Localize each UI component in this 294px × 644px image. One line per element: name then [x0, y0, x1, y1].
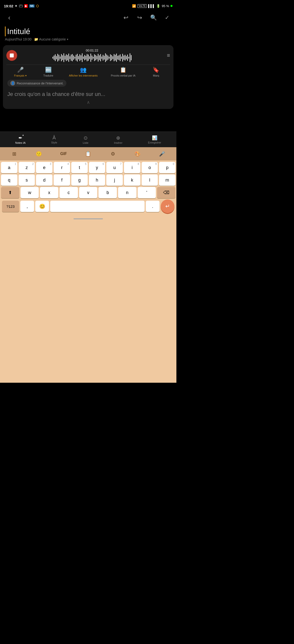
key-p[interactable]: 0p: [159, 162, 175, 173]
note-title[interactable]: Intitulé: [7, 27, 30, 36]
key-h[interactable]: h: [89, 174, 105, 186]
key-n[interactable]: n: [118, 187, 137, 198]
stop-icon: [10, 54, 14, 58]
key-f[interactable]: f: [54, 174, 70, 186]
keyboard-voice-button[interactable]: 🎤: [155, 151, 169, 157]
bookmark-label: Marq: [153, 74, 159, 77]
settings-icon: ⚙: [111, 151, 115, 157]
key-r[interactable]: 4r: [54, 162, 70, 173]
battery-icon: 🔋: [156, 4, 160, 8]
redo-button[interactable]: ↪: [135, 14, 144, 21]
key-emoji[interactable]: 😊: [35, 201, 49, 212]
key-y[interactable]: 6y: [89, 162, 105, 173]
top-toolbar: ‹ ↩ ↪ 🔍 ✓: [0, 11, 176, 24]
speakers-action[interactable]: 👥 Afficher les intervenants: [69, 67, 98, 77]
speaker-badge: 👤 Reconnaissance de l'intervenant.: [7, 80, 66, 86]
vibrate-icon: 📳: [19, 4, 23, 8]
key-m[interactable]: m: [159, 174, 175, 186]
home-indicator: [0, 216, 176, 222]
liste-tab[interactable]: ⊙ Liste: [83, 135, 88, 144]
key-o[interactable]: 9o: [142, 162, 158, 173]
style-label: Style: [51, 141, 57, 144]
key-k[interactable]: k: [124, 174, 140, 186]
recording-top: 00:01:22: [6, 48, 170, 62]
key-comma[interactable]: ,: [20, 201, 34, 212]
key-shift[interactable]: ⬆: [1, 187, 19, 198]
key-b[interactable]: b: [99, 187, 117, 198]
keyboard-settings-button[interactable]: ⚙: [106, 151, 120, 157]
scroll-up-icon: ∧: [87, 100, 90, 105]
speakers-icon: 👥: [80, 67, 87, 73]
liste-icon: ⊙: [84, 135, 88, 141]
speaker-avatar-icon: 👤: [10, 81, 15, 86]
notes-ia-icon: ✒ ✦: [18, 135, 22, 141]
scroll-indicator: ∧: [7, 98, 169, 106]
key-w[interactable]: w: [20, 187, 39, 198]
minutes-action[interactable]: 📋 Procès-verbal par IA: [111, 67, 136, 77]
undo-button[interactable]: ↩: [122, 14, 130, 21]
keyboard-rows: 1a 2z 3e 4r 5t 6y 7u 8i 9o 0p q s d f g …: [0, 160, 176, 216]
toolbar-right-icons: ↩ ↪ 🔍 ✓: [122, 14, 171, 21]
search-button[interactable]: 🔍: [149, 14, 158, 21]
enregistrer-tab[interactable]: 📊 Enregistrer: [148, 135, 161, 144]
key-apostrophe[interactable]: ': [138, 187, 156, 198]
title-cursor: [5, 26, 6, 36]
inserer-label: Insérer: [114, 141, 122, 144]
translate-icon: 🔤: [45, 67, 52, 73]
key-v[interactable]: v: [79, 187, 98, 198]
confirm-button[interactable]: ✓: [163, 14, 171, 21]
app-icon2: ⬡: [36, 4, 39, 8]
keyboard-clipboard-button[interactable]: 📋: [81, 151, 96, 157]
recording-actions: 🎤 Français ▾ 🔤 Traduire 👥 Afficher les i…: [6, 64, 170, 78]
key-symbols[interactable]: ?123: [2, 201, 19, 212]
speaker-label: Reconnaissance de l'intervenant.: [17, 82, 63, 85]
key-g[interactable]: g: [71, 174, 88, 186]
key-space[interactable]: [50, 201, 145, 212]
keyboard-gif-button[interactable]: GIF: [56, 152, 71, 156]
key-l[interactable]: l: [142, 174, 158, 186]
stop-recording-button[interactable]: [6, 50, 17, 61]
apps-icon: ⊞: [12, 151, 16, 157]
key-e[interactable]: 3e: [36, 162, 52, 173]
key-t[interactable]: 5t: [71, 162, 88, 173]
key-a[interactable]: 1a: [1, 162, 17, 173]
bookmark-action[interactable]: 🔖 Marq: [149, 67, 163, 77]
enregistrer-icon: 📊: [152, 135, 157, 140]
key-c[interactable]: c: [60, 187, 78, 198]
keyboard-theme-button[interactable]: 🎨: [130, 151, 145, 157]
gif-icon: GIF: [60, 152, 67, 156]
transcript-text: Je crois qu'on a la chance d'être sur un…: [7, 90, 169, 98]
style-tab[interactable]: Ā Style: [51, 135, 57, 144]
key-d[interactable]: d: [36, 174, 52, 186]
category-label: Aucune catégorie: [39, 37, 66, 41]
inserer-tab[interactable]: ⊕ Insérer: [114, 135, 122, 144]
notes-ia-tab[interactable]: ✒ ✦ Notes IA: [15, 135, 25, 144]
key-x[interactable]: x: [40, 187, 58, 198]
recording-menu-icon[interactable]: ≡: [167, 52, 170, 59]
key-period[interactable]: .: [146, 201, 159, 212]
note-title-container: Intitulé: [5, 26, 171, 36]
key-z[interactable]: 2z: [19, 162, 35, 173]
recording-time: 00:01:22: [86, 48, 98, 52]
language-action[interactable]: 🎤 Français ▾: [13, 67, 28, 77]
style-icon: Ā: [52, 135, 56, 140]
key-j[interactable]: j: [106, 174, 123, 186]
key-backspace[interactable]: ⌫: [157, 187, 175, 198]
category-badge[interactable]: 📁 Aucune catégorie ▾: [34, 37, 68, 41]
language-label: Français ▾: [14, 74, 26, 77]
key-s[interactable]: s: [19, 174, 35, 186]
key-u[interactable]: 7u: [106, 162, 123, 173]
status-left: 19:02 ✴ 📳 ▶ NS ⬡: [4, 4, 39, 8]
recording-widget: 00:01:22: [3, 45, 173, 109]
key-i[interactable]: 8i: [124, 162, 140, 173]
key-enter[interactable]: ↵: [161, 200, 174, 213]
enregistrer-label: Enregistrer: [148, 141, 161, 144]
key-row-2: q s d f g h j k l m: [1, 174, 175, 186]
home-bar: [73, 218, 103, 219]
keyboard-apps-button[interactable]: ⊞: [7, 151, 21, 157]
back-button[interactable]: ‹: [5, 14, 14, 22]
theme-icon: 🎨: [135, 151, 141, 157]
keyboard-sticker-button[interactable]: 🙂: [32, 151, 46, 157]
translate-action[interactable]: 🔤 Traduire: [41, 67, 56, 77]
key-q[interactable]: q: [1, 174, 17, 186]
